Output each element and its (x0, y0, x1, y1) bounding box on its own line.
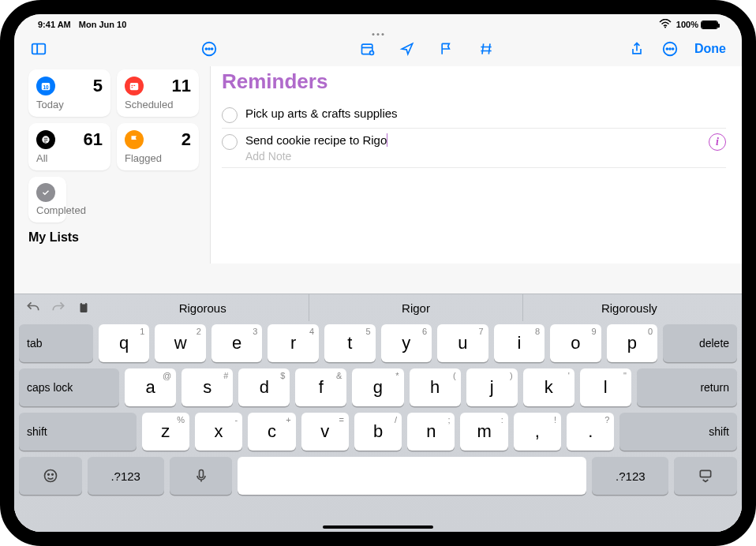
suggestion[interactable]: Rigor (309, 294, 522, 321)
svg-point-23 (44, 470, 56, 482)
key-j[interactable]: )j (466, 368, 518, 406)
key-n[interactable]: ;n (407, 413, 455, 451)
svg-point-4 (205, 48, 207, 50)
status-time: 9:41 AM (38, 20, 71, 29)
key-w[interactable]: 2w (155, 324, 206, 362)
key-dismiss-icon[interactable] (674, 457, 737, 495)
key-v[interactable]: =v (301, 413, 349, 451)
reminder-title[interactable]: Send cookie recipe to Rigo (245, 133, 701, 147)
smart-label: Completed (36, 204, 58, 216)
key-e[interactable]: 3e (211, 324, 263, 362)
key-tab[interactable]: tab (19, 324, 93, 362)
key-.?123[interactable]: .?123 (592, 457, 668, 495)
svg-point-25 (51, 474, 53, 476)
completion-circle[interactable] (222, 134, 238, 150)
key-delete[interactable]: delete (663, 324, 737, 362)
sidebar: 10 5 Today 11 Scheduled 61 All 2 Flagged… (14, 66, 210, 264)
key-r[interactable]: 4r (268, 324, 319, 362)
reminder-title[interactable]: Pick up arts & crafts supplies (245, 107, 726, 120)
smart-label: Scheduled (125, 99, 191, 110)
today-icon: 10 (36, 77, 55, 95)
key-shift[interactable]: shift (619, 413, 737, 451)
suggestion[interactable]: Rigorously (522, 294, 735, 321)
svg-point-12 (669, 48, 671, 50)
reminder-row[interactable]: Pick up arts & crafts supplies (222, 102, 726, 129)
undo-icon[interactable] (21, 294, 46, 321)
key-g[interactable]: *g (352, 368, 403, 406)
key-d[interactable]: $d (238, 368, 290, 406)
key-p[interactable]: 0p (607, 324, 658, 362)
multitask-dots-icon[interactable] (372, 33, 384, 36)
key-emoji-icon[interactable] (19, 457, 82, 495)
svg-text:10: 10 (43, 84, 49, 90)
smart-card-flagged[interactable]: 2 Flagged (117, 123, 199, 170)
key-o[interactable]: 9o (550, 324, 601, 362)
key-h[interactable]: (h (410, 368, 461, 406)
key-.[interactable]: ?. (567, 413, 614, 451)
key-return[interactable]: return (637, 368, 737, 406)
key-c[interactable]: +c (248, 413, 295, 451)
key-space[interactable] (238, 457, 586, 495)
completed-icon (36, 183, 55, 202)
done-button[interactable]: Done (694, 42, 726, 56)
key-capslock[interactable]: caps lock (19, 368, 119, 406)
svg-rect-18 (133, 85, 135, 86)
svg-rect-27 (701, 470, 711, 477)
key-mic-icon[interactable] (170, 457, 233, 495)
svg-rect-26 (199, 470, 203, 478)
key-shift[interactable]: shift (19, 413, 137, 451)
svg-rect-16 (130, 83, 139, 90)
key-,[interactable]: !, (514, 413, 561, 451)
hash-icon[interactable] (477, 40, 495, 58)
key-b[interactable]: /b (354, 413, 402, 451)
add-note-placeholder[interactable]: Add Note (245, 150, 701, 163)
key-.?123[interactable]: .?123 (88, 457, 164, 495)
svg-point-13 (672, 48, 674, 50)
smart-label: Flagged (125, 152, 191, 164)
smart-card-scheduled[interactable]: 11 Scheduled (117, 69, 199, 117)
key-s[interactable]: #s (182, 368, 233, 406)
key-a[interactable]: @a (125, 368, 176, 406)
smart-count: 11 (172, 76, 191, 96)
share-icon[interactable] (628, 40, 646, 58)
clipboard-icon[interactable] (71, 294, 96, 321)
smart-card-all[interactable]: 61 All (28, 123, 110, 170)
key-x[interactable]: -x (195, 413, 242, 451)
key-i[interactable]: 8i (494, 324, 545, 362)
flag-icon[interactable] (438, 40, 455, 58)
key-q[interactable]: 1q (99, 324, 150, 362)
list-title: Reminders (222, 69, 726, 94)
sidebar-toggle-icon[interactable] (30, 40, 47, 58)
key-y[interactable]: 6y (381, 324, 432, 362)
content-split: 10 5 Today 11 Scheduled 61 All 2 Flagged… (14, 66, 742, 264)
key-t[interactable]: 5t (324, 324, 376, 362)
key-l[interactable]: "l (580, 368, 631, 406)
location-icon[interactable] (399, 40, 416, 58)
key-k[interactable]: 'k (523, 368, 574, 406)
key-f[interactable]: &f (295, 368, 346, 406)
sidebar-more-icon[interactable] (200, 40, 218, 58)
battery-icon (701, 21, 718, 29)
all-icon (36, 130, 55, 149)
key-m[interactable]: :m (460, 413, 507, 451)
key-u[interactable]: 7u (437, 324, 488, 362)
svg-point-11 (666, 48, 668, 50)
calendar-add-icon[interactable] (359, 40, 376, 58)
svg-rect-1 (32, 44, 46, 54)
redo-icon[interactable] (46, 294, 71, 321)
smart-label: Today (36, 99, 103, 110)
smart-card-today[interactable]: 10 5 Today (28, 69, 110, 117)
key-z[interactable]: %z (142, 413, 189, 451)
toolbar: Done (14, 32, 742, 66)
smart-label: All (36, 152, 103, 164)
home-indicator[interactable] (323, 525, 433, 529)
suggestion[interactable]: Rigorous (96, 294, 309, 321)
svg-point-0 (664, 27, 666, 28)
completion-circle[interactable] (222, 107, 238, 123)
smart-card-completed[interactable]: Completed (28, 177, 66, 223)
svg-point-24 (47, 474, 49, 476)
reminder-row[interactable]: Send cookie recipe to Rigo Add Note i (222, 129, 726, 168)
svg-rect-19 (132, 87, 133, 88)
more-icon[interactable] (661, 40, 679, 58)
info-icon[interactable]: i (709, 133, 726, 151)
